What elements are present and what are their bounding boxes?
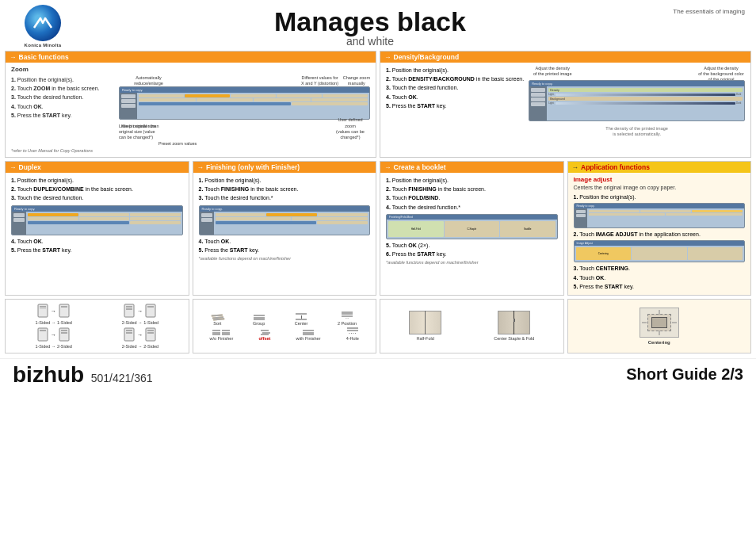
d-step2: 2. Touch DENSITY/BACKGROUND in the basic… <box>386 75 524 83</box>
svg-rect-17 <box>126 332 132 334</box>
logo-text: Konica Minolta <box>25 43 62 48</box>
app-label: Application functions <box>581 163 650 171</box>
half-fold-icon-group: Half-Fold <box>409 311 441 341</box>
svg-rect-19 <box>147 330 154 331</box>
offset-icon: offset <box>258 330 270 341</box>
booklet-note: *available functions depend on machine/f… <box>386 260 558 265</box>
duplex-icons-row2: → 1-Sided → 2-Sided → 2-Sided → 2-Sided <box>10 327 184 349</box>
arrow-booklet: → <box>384 163 391 171</box>
svg-rect-2 <box>40 308 46 309</box>
density-steps: 1. Position the original(s). 2. Touch DE… <box>386 66 524 137</box>
fourhole-icon: • • • • 4-Hole <box>346 327 359 341</box>
preset-label: Preset zoom values <box>158 141 197 147</box>
svg-rect-6 <box>126 306 132 308</box>
b-step3: 3. Touch FOLD/BIND. <box>386 193 558 202</box>
a-step2: 2. Touch IMAGE ADJUST in the application… <box>574 230 746 239</box>
b-step6: 6. Press the START key. <box>386 250 558 258</box>
density-screen: Ready to copy. Density <box>529 80 745 121</box>
half-fold-label: Half-Fold <box>416 336 433 341</box>
footer: bizhub 501/421/361 Short Guide 2/3 <box>0 358 756 391</box>
svg-rect-1 <box>40 306 46 308</box>
finishing-screen: Ready to copy. <box>199 205 371 235</box>
arrow-app: → <box>572 163 579 171</box>
duplex-step1: 1. Position the original(s). <box>11 176 183 185</box>
icon-1s-1s: → 1-Sided → 1-Sided <box>35 304 71 325</box>
svg-rect-16 <box>126 330 132 331</box>
app-description: Centers the original image on copy paper… <box>574 185 746 190</box>
arrow-icon: → <box>10 53 17 61</box>
duplex-icons-row1: → 1-Sided → 1-Sided → 2-Sided → 1-Sided <box>10 304 184 325</box>
title-area: Manages black and white <box>74 5 666 48</box>
f-step2: 2. Touch FINISHING in the basic screen. <box>199 185 371 193</box>
main-title: Manages black <box>74 8 666 35</box>
svg-rect-20 <box>147 332 154 334</box>
d-step4: 4. Touch OK. <box>386 93 524 101</box>
density-mockup-area: Adjust the densityof the printed image A… <box>529 66 745 137</box>
twopos-label: 2 Position <box>338 321 357 326</box>
center-label: Center <box>295 321 308 326</box>
icon-2s-1s: → 2-Sided → 1-Sided <box>122 304 158 325</box>
user-defined-label: User definedzoom(values can bechanged*) <box>330 117 370 140</box>
duplex-step2: 2. Touch DUPLEX/COMBINE in the basic scr… <box>11 185 183 193</box>
booklet-icons-cell: Half-Fold Center Staple & Fold <box>380 299 564 353</box>
section-density: → Density/Background 1. Position the ori… <box>380 51 751 158</box>
svg-rect-9 <box>147 306 154 308</box>
duplex-label: Duplex <box>19 163 41 171</box>
svg-rect-4 <box>61 306 67 308</box>
centering-diagram: Centering <box>640 308 679 345</box>
app-subheader: Image adjust <box>574 176 746 183</box>
logo-area: Konica Minolta <box>11 5 74 48</box>
finishing-label: Finishing (only with Finisher) <box>206 163 300 171</box>
booklet-screen: Finishing/Fold-Bind Half-Fold C-Staple S… <box>386 214 558 239</box>
duplex-step5: 5. Press the START key. <box>11 246 183 254</box>
finishing-top-icons: Sort Group <box>198 311 372 327</box>
row3: → 1-Sided → 1-Sided → 2-Sided → 1-Sided <box>5 299 751 353</box>
section-basic-header: → Basic functions <box>6 52 376 63</box>
section-duplex: → Duplex 1. Position the original(s). 2.… <box>5 161 189 296</box>
a-step3: 3. Touch CENTERING. <box>574 264 746 273</box>
b-step2: 2. Touch FINISHING in the basic screen. <box>386 185 558 193</box>
svg-rect-11 <box>40 330 46 331</box>
wo-finisher-label: w/o Finisher <box>210 336 234 341</box>
little-label: Little bit smaller thanoriginal size (va… <box>119 124 166 140</box>
duplex-header: → Duplex <box>6 162 189 173</box>
center-staple-fold-label: Center Staple & Fold <box>494 336 534 341</box>
bizhub-text: bizhub <box>13 362 84 387</box>
b-step1: 1. Position the original(s). <box>386 176 558 185</box>
svg-rect-13 <box>61 330 67 331</box>
basic-steps: 1. Position the original(s). 2. Touch ZO… <box>11 75 114 147</box>
zoom-subheader: Zoom <box>11 66 370 73</box>
center-icon-group: Center <box>295 313 308 326</box>
arrow-duplex: → <box>10 163 17 171</box>
section-finishing: → Finishing (only with Finisher) 1. Posi… <box>193 161 377 296</box>
arrow-finishing: → <box>197 163 204 171</box>
icon-2s-2s: → 2-Sided → 2-Sided <box>122 327 158 349</box>
sort-icon-group: Sort <box>212 315 223 326</box>
f-step1: 1. Position the original(s). <box>199 176 371 185</box>
bizhub-model: 501/421/361 <box>91 372 153 384</box>
app-screen2: Image Adjust Centering <box>574 240 746 262</box>
d-step1: 1. Position the original(s). <box>386 66 524 75</box>
short-guide-text: Short Guide 2/3 <box>626 365 743 384</box>
content-area: → Basic functions Zoom 1. Position the o… <box>0 49 756 358</box>
basic-functions-label: Basic functions <box>19 53 69 61</box>
section-density-header: → Density/Background <box>380 52 750 63</box>
konica-minolta-logo <box>25 5 61 41</box>
icon-1s1s-label: 1-Sided → 1-Sided <box>35 320 71 325</box>
center-staple-fold-icon-group: Center Staple & Fold <box>494 311 534 341</box>
f-step5: 5. Press the START key. <box>199 246 371 254</box>
offset-label: offset <box>258 336 270 341</box>
icon-1s2s-label: 1-Sided → 2-Sided <box>35 344 71 349</box>
a-step1: 1. Position the original(s). <box>574 193 746 201</box>
a-step4: 4. Touch OK. <box>574 273 746 282</box>
sort-label: Sort <box>213 321 221 326</box>
duplex-step3: 3. Touch the desired function. <box>11 193 183 202</box>
finishing-icons-cell: Sort Group <box>193 299 377 353</box>
step4: 4. Touch OK. <box>11 102 114 111</box>
duplex-icons-cell: → 1-Sided → 1-Sided → 2-Sided → 1-Sided <box>5 299 189 353</box>
application-header: → Application functions <box>568 162 751 173</box>
change-label: Change zoommanually <box>343 75 370 86</box>
icon-2s1s-label: 2-Sided → 1-Sided <box>122 320 158 325</box>
row1: → Basic functions Zoom 1. Position the o… <box>5 51 751 158</box>
step1: 1. Position the original(s). <box>11 75 114 84</box>
